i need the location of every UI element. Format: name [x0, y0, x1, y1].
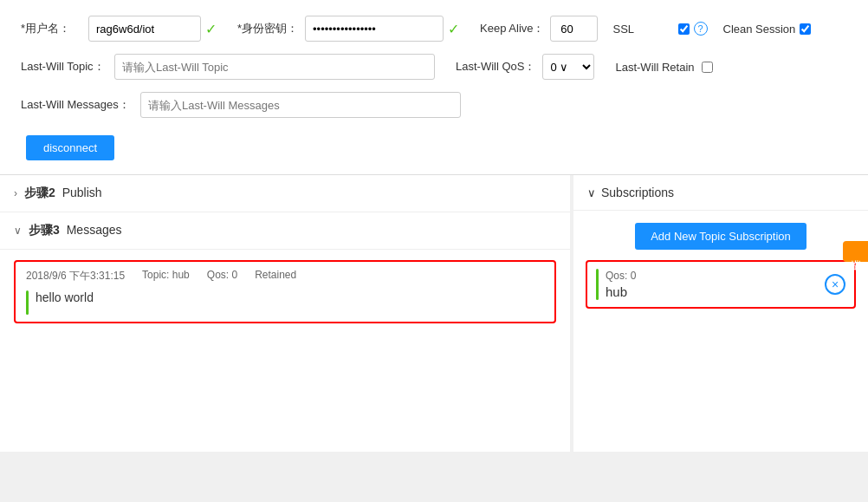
disconnect-row: disconnect	[21, 130, 847, 160]
messages-section-title: 步骤3 Messages	[29, 223, 122, 238]
password-label: *身份密钥：	[237, 21, 298, 36]
ssl-label: SSL	[613, 23, 674, 36]
message-timestamp: 2018/9/6 下午3:31:15	[26, 269, 125, 284]
left-panel: › 步骤2 Publish ∨ 步骤3 Messages 2018/9/6 下午…	[0, 175, 573, 452]
message-body: hello world	[26, 290, 544, 315]
messages-section-header[interactable]: ∨ 步骤3 Messages	[0, 212, 570, 250]
subscription-topic: hub	[606, 284, 818, 299]
message-qos: Qos: 0	[207, 269, 237, 284]
lastwill-messages-input[interactable]	[140, 92, 461, 118]
lastwill-retain-checkbox[interactable]	[702, 62, 713, 73]
add-topic-button[interactable]: Add New Topic Subscription	[635, 223, 806, 250]
publish-section-title: 步骤2 Publish	[24, 186, 102, 201]
ssl-help-icon[interactable]: ?	[694, 22, 708, 36]
clean-session-group: Clean Session	[723, 23, 812, 36]
lastwill-topic-label: Last-Will Topic：	[21, 59, 107, 75]
publish-chevron-icon: ›	[14, 187, 17, 199]
keepalive-input[interactable]	[550, 16, 598, 42]
clean-session-label: Clean Session	[723, 23, 796, 36]
lastwill-messages-row: Last-Will Messages：	[21, 92, 847, 118]
message-text: hello world	[36, 290, 94, 304]
message-meta: 2018/9/6 下午3:31:15 Topic: hub Qos: 0 Ret…	[26, 269, 544, 284]
message-green-bar	[26, 290, 29, 315]
list-item: Qos: 0 hub ×	[586, 260, 856, 309]
add-topic-container: Add New Topic Subscription	[573, 223, 868, 250]
ssl-group: SSL ?	[613, 22, 708, 36]
username-input[interactable]	[88, 16, 201, 42]
clean-session-checkbox[interactable]	[800, 23, 811, 35]
message-retained: Retained	[255, 269, 296, 284]
message-topic: Topic: hub	[142, 269, 190, 284]
password-check-icon: ✓	[448, 21, 459, 37]
lastwill-qos-label: Last-Will QoS：	[456, 59, 535, 75]
ssl-checkbox[interactable]	[678, 23, 690, 35]
right-panel: ∨ Subscriptions Add New Topic Subscripti…	[573, 175, 868, 452]
right-tab[interactable]: 右端	[843, 241, 868, 262]
password-field-group: ✓	[305, 16, 459, 42]
keepalive-group: Keep Alive：	[480, 16, 597, 42]
lastwill-topic-row: Last-Will Topic： Last-Will QoS： 0 ∨ 1 2 …	[21, 54, 847, 80]
subscription-info: Qos: 0 hub	[606, 270, 818, 299]
password-input[interactable]	[305, 16, 444, 42]
publish-section-header[interactable]: › 步骤2 Publish	[0, 175, 570, 212]
subscription-qos: Qos: 0	[606, 270, 818, 282]
table-row: 2018/9/6 下午3:31:15 Topic: hub Qos: 0 Ret…	[14, 260, 556, 323]
disconnect-button[interactable]: disconnect	[26, 135, 114, 160]
close-icon: ×	[832, 277, 839, 291]
top-section: *用户名： ✓ *身份密钥： ✓ Keep Alive： SSL ? Clean…	[0, 0, 868, 175]
lastwill-retain-label: Last-Will Retain	[615, 61, 694, 74]
username-field-group: ✓	[88, 16, 217, 42]
keepalive-label: Keep Alive：	[480, 21, 544, 36]
subscriptions-chevron-icon: ∨	[587, 186, 596, 199]
lastwill-messages-label: Last-Will Messages：	[21, 97, 133, 113]
lastwill-qos-select[interactable]: 0 ∨ 1 2	[542, 54, 594, 80]
messages-area: 2018/9/6 下午3:31:15 Topic: hub Qos: 0 Ret…	[0, 250, 570, 342]
subscription-green-bar	[596, 269, 599, 300]
subscriptions-title: Subscriptions	[601, 186, 674, 199]
bottom-section: › 步骤2 Publish ∨ 步骤3 Messages 2018/9/6 下午…	[0, 175, 868, 452]
messages-chevron-icon: ∨	[14, 225, 22, 237]
username-label: *用户名：	[21, 21, 81, 36]
subscriptions-header[interactable]: ∨ Subscriptions	[573, 175, 868, 211]
subscription-close-button[interactable]: ×	[825, 274, 845, 295]
form-row-1: *用户名： ✓ *身份密钥： ✓ Keep Alive： SSL ? Clean…	[21, 16, 847, 42]
username-check-icon: ✓	[205, 21, 217, 37]
lastwill-topic-input[interactable]	[114, 54, 435, 80]
